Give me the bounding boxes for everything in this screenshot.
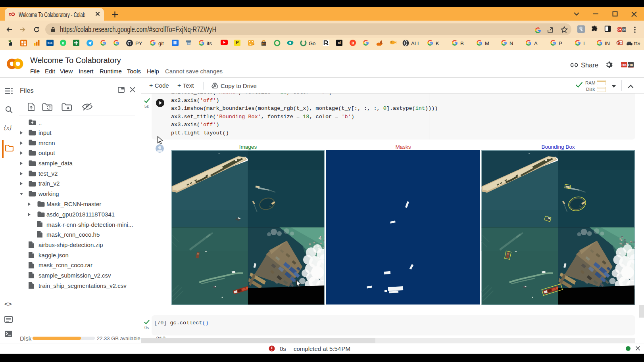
svg-text:VR: VR — [262, 42, 265, 45]
svg-text:R: R — [352, 41, 355, 45]
svg-text:P: P — [617, 41, 619, 45]
svg-text:OK: OK — [622, 28, 626, 31]
svg-text:OK: OK — [628, 63, 634, 67]
svg-text:OK: OK — [249, 44, 252, 46]
svg-text:OK: OK — [621, 63, 627, 67]
svg-text:OK: OK — [617, 28, 622, 31]
svg-text:8: 8 — [62, 41, 64, 45]
